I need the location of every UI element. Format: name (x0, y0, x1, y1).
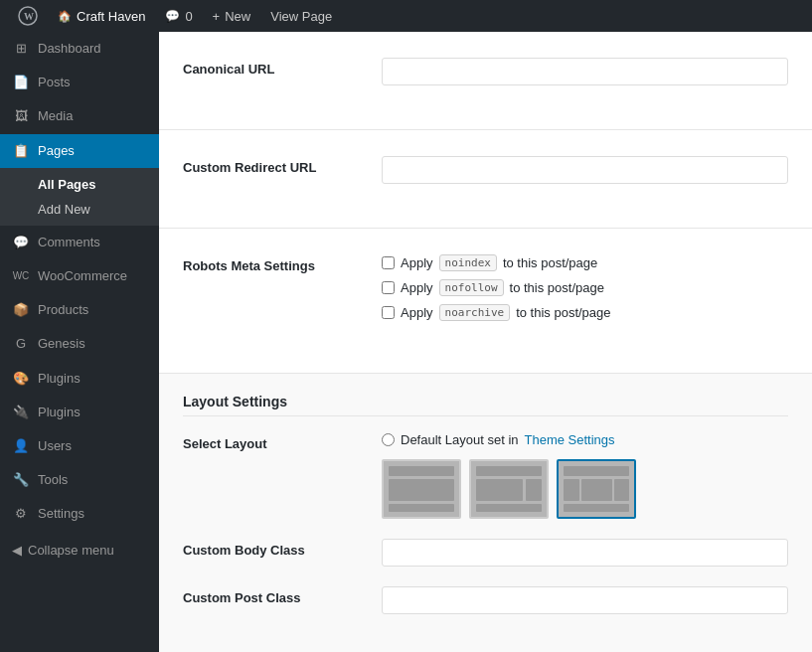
view-page-button[interactable]: View Page (260, 0, 342, 32)
pages-icon: 📋 (12, 142, 30, 160)
collapse-menu-label: Collapse menu (28, 543, 114, 558)
sidebar-users-label: Users (38, 437, 72, 455)
custom-redirect-label: Custom Redirect URL (183, 156, 382, 175)
robots-meta-label: Robots Meta Settings (183, 254, 382, 273)
robots-noindex-row: Apply noindex to this post/page (382, 254, 788, 271)
custom-body-class-field (382, 539, 788, 567)
sidebar-tools-label: Tools (38, 471, 68, 489)
sidebar-item-woocommerce[interactable]: WC WooCommerce (0, 259, 159, 293)
custom-post-class-label: Custom Post Class (183, 586, 382, 605)
appearance-icon: 🎨 (12, 370, 30, 388)
products-icon: 📦 (12, 301, 30, 319)
tools-icon: 🔧 (12, 471, 30, 489)
sidebar-item-genesis[interactable]: G Genesis (0, 327, 159, 361)
posts-icon: 📄 (12, 74, 30, 91)
users-icon: 👤 (12, 437, 30, 455)
dashboard-icon: ⊞ (12, 40, 30, 58)
sidebar-posts-label: Posts (38, 74, 71, 91)
layout-settings-title: Layout Settings (183, 394, 788, 416)
sidebar-item-posts[interactable]: 📄 Posts (0, 66, 159, 99)
robots-nofollow-checkbox[interactable] (382, 281, 395, 294)
canonical-url-row: Canonical URL (183, 52, 788, 91)
custom-post-class-field (382, 586, 788, 614)
select-layout-label: Select Layout (183, 432, 382, 451)
layout-options: Default Layout set in Theme Settings (382, 432, 788, 519)
layout-thumb-three-col[interactable] (557, 459, 636, 519)
sidebar-item-plugins[interactable]: 🔌 Plugins (0, 396, 159, 429)
sidebar-item-dashboard[interactable]: ⊞ Dashboard (0, 32, 159, 66)
sidebar-plugins-label: Plugins (38, 404, 81, 421)
sidebar-comments-label: Comments (38, 234, 100, 251)
custom-post-class-row: Custom Post Class (183, 586, 788, 614)
custom-post-class-input[interactable] (382, 586, 788, 614)
robots-noarchive-suffix: to this post/page (516, 305, 610, 320)
robots-noindex-checkbox[interactable] (382, 256, 395, 269)
layout-thumb-full[interactable] (382, 459, 461, 519)
sidebar-item-media[interactable]: 🖼 Media (0, 99, 159, 133)
robots-noindex-suffix: to this post/page (503, 255, 597, 270)
genesis-icon: G (12, 335, 30, 353)
content-wrap: ⊞ Dashboard 📄 Posts 🖼 Media 📋 Pages All … (0, 32, 812, 652)
site-name-button[interactable]: 🏠 Craft Haven (48, 0, 155, 32)
view-page-label: View Page (270, 9, 332, 24)
sidebar-media-label: Media (38, 107, 73, 125)
default-layout-option: Default Layout set in Theme Settings (382, 432, 788, 447)
comments-button[interactable]: 💬 0 (155, 0, 202, 32)
pages-submenu: All Pages Add New (0, 168, 159, 226)
admin-bar: W 🏠 Craft Haven 💬 0 + New View Page (0, 0, 812, 32)
robots-meta-row: Robots Meta Settings Apply noindex to th… (183, 248, 788, 335)
sidebar-add-new[interactable]: Add New (0, 197, 159, 222)
canonical-url-section: Canonical URL (159, 32, 812, 130)
robots-meta-field: Apply noindex to this post/page Apply no… (382, 254, 788, 329)
sidebar-appearance-label: Plugins (38, 370, 81, 388)
sidebar-settings-label: Settings (38, 505, 84, 523)
default-layout-radio[interactable] (382, 433, 395, 446)
layout-thumbnails (382, 459, 788, 519)
custom-redirect-section: Custom Redirect URL (159, 130, 812, 229)
robots-noindex-badge: noindex (439, 254, 497, 271)
custom-body-class-row: Custom Body Class (183, 539, 788, 567)
robots-noarchive-checkbox[interactable] (382, 306, 395, 319)
plugins-icon: 🔌 (12, 404, 30, 421)
robots-nofollow-suffix: to this post/page (510, 280, 604, 295)
layout-settings-section: Layout Settings Select Layout Default La… (159, 374, 812, 652)
robots-nofollow-row: Apply nofollow to this post/page (382, 279, 788, 296)
sidebar-item-appearance[interactable]: 🎨 Plugins (0, 362, 159, 396)
site-name-label: Craft Haven (77, 9, 145, 24)
theme-settings-link[interactable]: Theme Settings (525, 432, 615, 447)
sidebar-item-settings[interactable]: ⚙ Settings (0, 497, 159, 531)
custom-redirect-input[interactable] (382, 156, 788, 184)
layout-thumb-two-col[interactable] (469, 459, 549, 519)
comments-count: 0 (185, 9, 192, 24)
sidebar-products-label: Products (38, 301, 88, 319)
select-layout-row: Select Layout Default Layout set in Them… (183, 432, 788, 519)
robots-nofollow-apply: Apply (401, 280, 433, 295)
custom-redirect-row: Custom Redirect URL (183, 150, 788, 190)
robots-noarchive-badge: noarchive (439, 304, 511, 321)
default-layout-text: Default Layout set in (401, 432, 519, 447)
robots-noarchive-row: Apply noarchive to this post/page (382, 304, 788, 321)
sidebar-item-tools[interactable]: 🔧 Tools (0, 463, 159, 497)
new-button[interactable]: + New (203, 0, 261, 32)
comments-icon: 💬 (12, 234, 30, 251)
custom-redirect-field (382, 156, 788, 184)
main-content: Canonical URL Custom Redirect URL Robots… (159, 32, 812, 652)
admin-menu: ⊞ Dashboard 📄 Posts 🖼 Media 📋 Pages All … (0, 32, 159, 652)
wp-logo-button[interactable]: W (8, 0, 48, 32)
sidebar-item-products[interactable]: 📦 Products (0, 293, 159, 327)
custom-body-class-input[interactable] (382, 539, 788, 567)
robots-nofollow-badge: nofollow (439, 279, 504, 296)
sidebar-woocommerce-label: WooCommerce (38, 267, 127, 285)
svg-text:W: W (24, 11, 34, 22)
media-icon: 🖼 (12, 107, 30, 125)
sidebar-item-comments[interactable]: 💬 Comments (0, 226, 159, 259)
sidebar-genesis-label: Genesis (38, 335, 85, 353)
sidebar-all-pages[interactable]: All Pages (0, 172, 159, 197)
collapse-menu-button[interactable]: ◀ Collapse menu (0, 535, 159, 566)
sidebar-item-pages[interactable]: 📋 Pages (0, 134, 159, 168)
robots-meta-section: Robots Meta Settings Apply noindex to th… (159, 229, 812, 374)
sidebar-item-users[interactable]: 👤 Users (0, 429, 159, 463)
canonical-url-input[interactable] (382, 58, 788, 85)
settings-icon: ⚙ (12, 505, 30, 523)
custom-body-class-label: Custom Body Class (183, 539, 382, 558)
